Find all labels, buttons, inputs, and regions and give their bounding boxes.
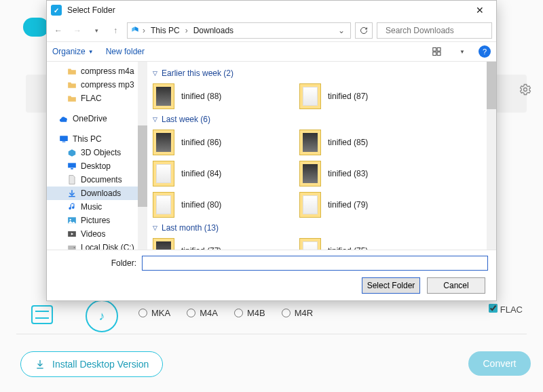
chevron-down-icon: ▽ bbox=[153, 116, 157, 123]
video-tab-icon[interactable] bbox=[31, 305, 53, 324]
tree-scrollbar[interactable] bbox=[138, 62, 147, 250]
folder-item[interactable]: tinified (77) bbox=[153, 237, 288, 250]
folder-thumbnail-icon bbox=[153, 238, 174, 250]
close-icon[interactable]: ✕ bbox=[468, 1, 492, 19]
organize-menu[interactable]: Organize ▼ bbox=[52, 47, 94, 56]
folder-item[interactable]: tinified (79) bbox=[299, 191, 435, 219]
files-scroll-thumb[interactable] bbox=[487, 62, 496, 109]
tree-item-videos[interactable]: Videos bbox=[47, 227, 147, 241]
tree-item-label: FLAC bbox=[81, 94, 102, 103]
tree-item-compress-mp3[interactable]: compress mp3 bbox=[47, 78, 147, 92]
bg-pill bbox=[23, 18, 49, 37]
back-icon[interactable]: ← bbox=[51, 23, 66, 38]
tree-item-label: OneDrive bbox=[73, 114, 107, 123]
dropdown-icon[interactable]: ⌄ bbox=[335, 26, 348, 35]
tree-item-onedrive[interactable]: OneDrive bbox=[47, 112, 147, 125]
tree-item-local-disk-c-[interactable]: Local Disk (C:) bbox=[47, 241, 147, 250]
folder-item[interactable]: tinified (75) bbox=[299, 237, 435, 250]
folder-item-label: tinified (85) bbox=[328, 138, 368, 147]
folder-thumbnail-icon bbox=[299, 83, 321, 109]
view-dropdown-icon[interactable]: ▼ bbox=[458, 44, 466, 59]
svg-rect-3 bbox=[437, 47, 441, 51]
group-title: Last week (6) bbox=[162, 115, 210, 124]
recent-icon[interactable]: ▾ bbox=[89, 23, 104, 38]
tree-item-pictures[interactable]: Pictures bbox=[47, 214, 147, 227]
tree-item-label: compress mp3 bbox=[81, 80, 134, 90]
crumb-this-pc[interactable]: This PC bbox=[148, 26, 183, 35]
folder-item-label: tinified (88) bbox=[181, 92, 221, 101]
group-header[interactable]: ▽Last week (6) bbox=[153, 115, 488, 124]
radio-m4r[interactable]: M4R bbox=[282, 308, 313, 318]
folder-item[interactable]: tinified (86) bbox=[153, 128, 288, 157]
tree-scroll-thumb[interactable] bbox=[138, 125, 147, 207]
group-title: Last month (13) bbox=[162, 223, 219, 233]
folder-item[interactable]: tinified (88) bbox=[153, 82, 288, 111]
tree-item-compress-m4a[interactable]: compress m4a bbox=[47, 64, 147, 78]
separator bbox=[16, 334, 527, 334]
folder-item[interactable]: tinified (87) bbox=[299, 82, 435, 111]
svg-rect-6 bbox=[60, 136, 68, 141]
svg-rect-7 bbox=[62, 142, 66, 142]
refresh-icon[interactable] bbox=[355, 22, 373, 39]
pc-icon bbox=[130, 26, 140, 35]
folder-item-label: tinified (83) bbox=[328, 169, 368, 178]
up-icon[interactable]: ↑ bbox=[108, 23, 123, 38]
view-options-icon[interactable] bbox=[430, 44, 446, 59]
forward-icon[interactable]: → bbox=[70, 23, 85, 38]
tree-item-this-pc[interactable]: This PC bbox=[47, 132, 147, 146]
search-box[interactable] bbox=[377, 22, 492, 39]
crumb-downloads[interactable]: Downloads bbox=[191, 26, 236, 35]
titlebar: ✓ Select Folder ✕ bbox=[47, 1, 496, 20]
folder-item[interactable]: tinified (80) bbox=[153, 191, 288, 219]
svg-point-14 bbox=[74, 247, 75, 248]
radio-m4b[interactable]: M4B bbox=[234, 308, 265, 318]
audio-format-radios: MKA M4A M4B M4R bbox=[75, 308, 313, 318]
folder-item-label: tinified (75) bbox=[328, 246, 368, 250]
toolbar: Organize ▼ New folder ▼ ? bbox=[47, 41, 496, 62]
disk-icon bbox=[67, 243, 77, 250]
tree-item-3d-objects[interactable]: 3D Objects bbox=[47, 146, 147, 159]
tree-item-label: Pictures bbox=[81, 216, 110, 225]
convert-button[interactable]: Convert bbox=[468, 351, 531, 376]
file-list: ▽Earlier this week (2)tinified (88)tinif… bbox=[147, 62, 496, 250]
tree-item-flac[interactable]: FLAC bbox=[47, 92, 147, 105]
chevron-down-icon: ▽ bbox=[153, 70, 157, 77]
radio-m4a[interactable]: M4A bbox=[187, 308, 218, 318]
nav-tree: compress m4acompress mp3FLACOneDriveThis… bbox=[47, 62, 147, 250]
new-folder-button[interactable]: New folder bbox=[106, 47, 145, 56]
app-icon: ✓ bbox=[51, 5, 62, 16]
tree-item-documents[interactable]: Documents bbox=[47, 173, 147, 187]
select-folder-button[interactable]: Select Folder bbox=[362, 277, 420, 294]
tree-item-label: Music bbox=[81, 202, 102, 212]
files-scrollbar[interactable] bbox=[487, 62, 496, 250]
desktop-icon bbox=[67, 162, 77, 170]
settings-icon[interactable] bbox=[519, 83, 532, 96]
folder-item[interactable]: tinified (84) bbox=[153, 159, 288, 188]
radio-mka[interactable]: MKA bbox=[138, 308, 170, 318]
folder-name-input[interactable] bbox=[142, 256, 488, 271]
format-flac-checkbox[interactable]: FLAC bbox=[489, 304, 523, 315]
folder-icon bbox=[67, 81, 77, 89]
chevron-right-icon: › bbox=[185, 26, 188, 35]
folder-thumbnail-icon bbox=[153, 161, 174, 187]
select-folder-dialog: ✓ Select Folder ✕ ← → ▾ ↑ › This PC › Do… bbox=[46, 0, 497, 301]
tree-item-label: This PC bbox=[73, 134, 102, 144]
search-input[interactable] bbox=[386, 26, 487, 35]
address-bar[interactable]: › This PC › Downloads ⌄ bbox=[127, 22, 351, 39]
tree-item-desktop[interactable]: Desktop bbox=[47, 159, 147, 173]
tree-item-label: Videos bbox=[81, 229, 105, 239]
help-icon[interactable]: ? bbox=[479, 45, 491, 58]
3d-icon bbox=[67, 149, 77, 157]
group-header[interactable]: ▽Last month (13) bbox=[153, 223, 488, 233]
svg-point-0 bbox=[524, 88, 527, 92]
folder-item-label: tinified (77) bbox=[181, 246, 221, 250]
folder-item[interactable]: tinified (83) bbox=[299, 159, 435, 188]
folder-item[interactable]: tinified (85) bbox=[299, 128, 435, 157]
group-header[interactable]: ▽Earlier this week (2) bbox=[153, 68, 488, 78]
cancel-button[interactable]: Cancel bbox=[427, 277, 485, 294]
tree-item-downloads[interactable]: Downloads bbox=[47, 187, 147, 200]
install-desktop-button[interactable]: Install Desktop Version bbox=[20, 351, 163, 377]
tree-item-label: Documents bbox=[81, 175, 122, 184]
tree-item-music[interactable]: Music bbox=[47, 200, 147, 214]
download-icon bbox=[67, 189, 77, 197]
